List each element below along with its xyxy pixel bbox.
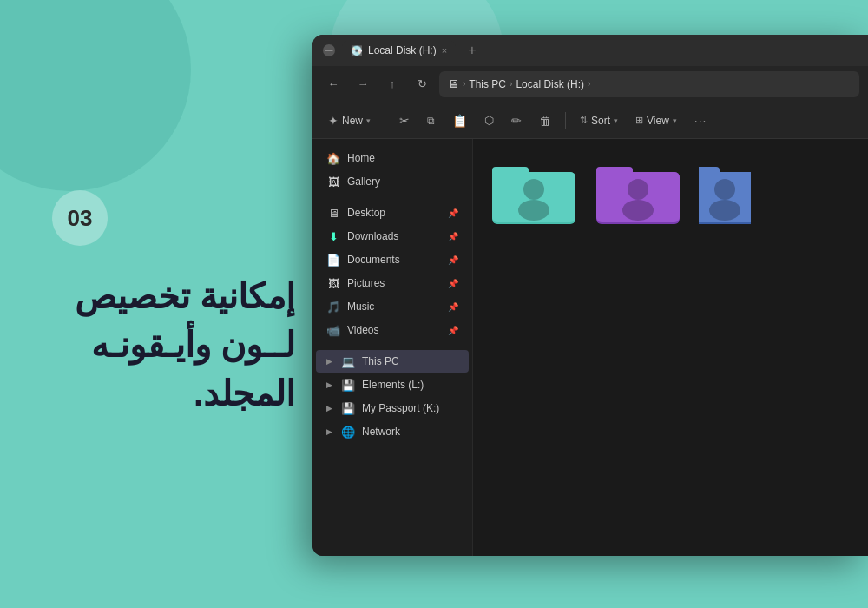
sidebar-label-music: Music: [347, 301, 374, 313]
sidebar-item-downloads[interactable]: ⬇ Downloads 📌: [316, 225, 469, 248]
view-label: View: [647, 115, 669, 127]
tab-local-disk[interactable]: 💽 Local Disk (H:) ×: [342, 41, 456, 60]
tab-title: Local Disk (H:): [368, 44, 437, 56]
sidebar-label-downloads: Downloads: [347, 230, 398, 242]
left-panel: 03 إمكانية تخصيصلــون وأيـقونـهالمجلد.: [35, 0, 312, 608]
sort-button[interactable]: ⇅ Sort ▾: [573, 111, 625, 130]
sidebar-label-documents: Documents: [347, 254, 400, 266]
sidebar-label-this-pc: This PC: [362, 355, 399, 367]
breadcrumb-this-pc[interactable]: This PC: [469, 78, 506, 90]
desktop-pin-icon: 📌: [448, 208, 458, 218]
refresh-button[interactable]: ↻: [410, 72, 434, 96]
folder-purple-icon: [595, 156, 681, 230]
sidebar-label-my-passport: My Passport (K:): [362, 402, 439, 414]
svg-point-9: [622, 200, 654, 221]
videos-pin-icon: 📌: [448, 326, 458, 335]
sort-label: Sort: [591, 115, 610, 127]
cut-icon: ✂: [399, 114, 410, 128]
downloads-icon: ⬇: [326, 229, 340, 243]
svg-point-4: [518, 200, 549, 221]
copy-button[interactable]: ⧉: [420, 111, 442, 130]
sidebar-label-videos: Videos: [347, 324, 378, 336]
this-pc-icon: 💻: [341, 354, 355, 368]
paste-icon: 📋: [452, 114, 467, 128]
share-icon: ⬡: [484, 114, 494, 127]
toolbar-separator-2: [565, 112, 566, 129]
network-chevron-icon: ▶: [326, 427, 332, 436]
my-passport-chevron-icon: ▶: [326, 404, 332, 413]
sidebar-item-home[interactable]: 🏠 Home: [316, 147, 469, 169]
view-button[interactable]: ⊞ View ▾: [628, 111, 684, 130]
new-label: New: [342, 115, 363, 127]
music-pin-icon: 📌: [448, 302, 458, 312]
tab-add-button[interactable]: +: [468, 43, 476, 58]
new-icon: ✦: [328, 114, 339, 128]
copy-icon: ⧉: [427, 115, 435, 127]
breadcrumb-sep-2: ›: [510, 79, 512, 89]
sidebar-label-pictures: Pictures: [347, 277, 385, 289]
svg-point-8: [628, 179, 648, 200]
sidebar-item-documents[interactable]: 📄 Documents 📌: [316, 248, 469, 271]
sidebar-item-music[interactable]: 🎵 Music 📌: [316, 295, 469, 318]
sidebar-item-desktop[interactable]: 🖥 Desktop 📌: [316, 202, 469, 224]
share-button[interactable]: ⬡: [477, 110, 501, 130]
file-area: [473, 139, 868, 556]
main-content: 🏠 Home 🖼 Gallery 🖥 Desktop 📌 ⬇ Downloads…: [312, 139, 868, 556]
more-icon: ···: [694, 114, 707, 128]
folder-blue-icon: [699, 156, 751, 230]
sidebar-item-network[interactable]: ▶ 🌐 Network: [316, 420, 469, 443]
delete-icon: 🗑: [539, 114, 551, 128]
network-icon: 🌐: [341, 425, 355, 439]
delete-button[interactable]: 🗑: [532, 110, 558, 131]
gallery-icon: 🖼: [326, 175, 340, 188]
sidebar-item-my-passport[interactable]: ▶ 💾 My Passport (K:): [316, 397, 469, 420]
my-passport-icon: 💾: [341, 401, 355, 415]
breadcrumb-monitor-icon: 🖥: [448, 77, 459, 90]
downloads-pin-icon: 📌: [448, 232, 458, 241]
folder-teal[interactable]: [490, 156, 577, 230]
svg-point-14: [709, 200, 740, 221]
back-button[interactable]: ←: [321, 72, 345, 96]
window-controls: —: [323, 44, 335, 56]
sort-icon: ⇅: [580, 115, 588, 126]
sidebar-item-gallery[interactable]: 🖼 Gallery: [316, 170, 469, 193]
window-close-icon[interactable]: —: [323, 44, 335, 56]
svg-point-13: [714, 179, 735, 200]
cut-button[interactable]: ✂: [392, 110, 417, 131]
svg-point-3: [523, 179, 544, 200]
sidebar-item-videos[interactable]: 📹 Videos 📌: [316, 319, 469, 341]
more-button[interactable]: ···: [687, 110, 714, 131]
up-button[interactable]: ↑: [380, 72, 404, 96]
paste-button[interactable]: 📋: [445, 110, 474, 131]
pictures-icon: 🖼: [326, 276, 340, 290]
explorer-window: — 💽 Local Disk (H:) × + ← → ↑ ↻ 🖥 › This…: [312, 35, 868, 556]
sidebar-label-home: Home: [347, 152, 375, 164]
music-icon: 🎵: [326, 300, 340, 314]
folder-blue[interactable]: [699, 156, 751, 230]
tab-close-button[interactable]: ×: [442, 45, 447, 56]
sidebar-item-elements[interactable]: ▶ 💾 Elements (L:): [316, 373, 469, 396]
rename-button[interactable]: ✏: [504, 110, 529, 131]
arabic-text: إمكانية تخصيصلــون وأيـقونـهالمجلد.: [52, 272, 295, 418]
breadcrumb-sep-1: ›: [463, 79, 465, 89]
pictures-pin-icon: 📌: [448, 279, 458, 288]
breadcrumb[interactable]: 🖥 › This PC › Local Disk (H:) ›: [439, 71, 859, 97]
title-bar: — 💽 Local Disk (H:) × +: [312, 35, 868, 66]
sidebar-item-pictures[interactable]: 🖼 Pictures 📌: [316, 272, 469, 294]
folder-purple[interactable]: [595, 156, 681, 230]
documents-pin-icon: 📌: [448, 255, 458, 265]
breadcrumb-local-disk[interactable]: Local Disk (H:): [516, 78, 584, 90]
documents-icon: 📄: [326, 253, 340, 267]
elements-chevron-icon: ▶: [326, 380, 332, 389]
navigation-bar: ← → ↑ ↻ 🖥 › This PC › Local Disk (H:) ›: [312, 66, 868, 102]
breadcrumb-sep-3: ›: [588, 79, 590, 89]
videos-icon: 📹: [326, 323, 340, 337]
new-button[interactable]: ✦ New ▾: [321, 110, 378, 131]
sidebar-label-desktop: Desktop: [347, 207, 385, 219]
sort-chevron-icon: ▾: [614, 116, 618, 125]
home-icon: 🏠: [326, 151, 340, 165]
step-number: 03: [52, 190, 108, 246]
sidebar-label-elements: Elements (L:): [362, 379, 424, 391]
forward-button[interactable]: →: [351, 72, 375, 96]
sidebar-item-this-pc[interactable]: ▶ 💻 This PC: [316, 350, 469, 373]
